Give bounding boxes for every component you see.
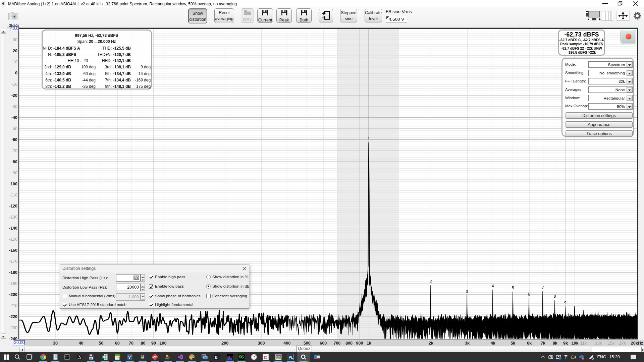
svg-text:-120: -120: [9, 204, 17, 208]
svg-text:C:\: C:\: [65, 356, 69, 358]
svg-text:800: 800: [345, 341, 353, 346]
svg-text:0: 0: [15, 71, 17, 75]
svg-text:V: V: [128, 355, 131, 360]
svg-text:4k: 4k: [491, 341, 495, 346]
svg-text:80: 80: [141, 341, 146, 346]
svg-text:15k: 15k: [608, 341, 615, 346]
svg-text:PL: PL: [289, 355, 293, 359]
svg-text:Br: Br: [215, 356, 219, 359]
svg-text:400: 400: [283, 341, 290, 346]
svg-text:-190: -190: [9, 281, 17, 286]
svg-text:30: 30: [53, 341, 58, 346]
svg-text:-160: -160: [9, 248, 17, 253]
svg-text:-80: -80: [11, 160, 17, 164]
svg-text:-20: -20: [11, 93, 17, 98]
svg-text:REW: REW: [276, 355, 281, 357]
svg-text:300: 300: [258, 341, 265, 346]
svg-text:-100: -100: [9, 182, 17, 186]
svg-text:20: 20: [13, 49, 17, 53]
svg-text:-220: -220: [9, 314, 17, 319]
svg-text:-200: -200: [9, 292, 17, 297]
svg-text:7: 7: [542, 285, 544, 290]
svg-text:-50: -50: [11, 126, 17, 131]
svg-text:10k: 10k: [572, 341, 579, 346]
svg-text:-140: -140: [9, 226, 17, 231]
svg-text:-180: -180: [9, 270, 17, 275]
svg-text:2: 2: [430, 279, 432, 284]
svg-text:6: 6: [528, 292, 530, 297]
svg-text:3k: 3k: [465, 341, 470, 346]
svg-text:60: 60: [115, 341, 120, 346]
svg-text:-130: -130: [9, 215, 17, 220]
svg-text:9: 9: [564, 301, 567, 305]
svg-text:-210: -210: [9, 303, 17, 308]
svg-text:100: 100: [160, 341, 167, 346]
svg-text:-30: -30: [11, 104, 17, 109]
svg-text:700: 700: [333, 341, 340, 346]
svg-text:6k: 6k: [527, 341, 532, 346]
svg-text:11k: 11k: [580, 341, 587, 346]
svg-text:-10: -10: [11, 82, 17, 87]
svg-text:30: 30: [13, 38, 17, 42]
svg-text:17k: 17k: [619, 341, 626, 346]
svg-text:-170: -170: [9, 259, 17, 264]
svg-text:-110: -110: [9, 193, 17, 197]
svg-text:5: 5: [512, 286, 514, 290]
svg-text:20kHz: 20kHz: [631, 341, 643, 346]
svg-text:600: 600: [320, 341, 327, 346]
svg-text:1: 1: [368, 136, 370, 141]
svg-text:900: 900: [356, 341, 363, 346]
svg-text:X: X: [102, 355, 105, 359]
svg-text:4: 4: [492, 284, 494, 288]
svg-text:64: 64: [90, 357, 93, 360]
svg-text:500: 500: [304, 341, 311, 346]
svg-text:50: 50: [99, 341, 103, 346]
svg-text:-230: -230: [9, 325, 17, 330]
svg-text:200: 200: [221, 341, 228, 346]
svg-text:8: 8: [554, 294, 556, 299]
svg-text:-70: -70: [11, 148, 17, 153]
svg-text:-90: -90: [11, 171, 17, 175]
svg-text:70: 70: [129, 341, 133, 346]
svg-text:3: 3: [466, 289, 468, 294]
svg-text:2k: 2k: [429, 341, 433, 346]
svg-text:-150: -150: [9, 237, 17, 242]
svg-text:5k: 5k: [511, 341, 515, 346]
svg-text:1k: 1k: [367, 341, 371, 346]
svg-text:90: 90: [151, 341, 156, 346]
svg-text:7k: 7k: [541, 341, 545, 346]
svg-text:9k: 9k: [563, 341, 568, 346]
svg-text:10: 10: [13, 60, 17, 64]
svg-text:13k: 13k: [595, 341, 602, 346]
svg-text:-40: -40: [11, 115, 17, 120]
svg-text:8k: 8k: [553, 341, 557, 346]
svg-text:-60: -60: [11, 137, 17, 142]
svg-text:40: 40: [79, 341, 84, 346]
svg-text:C: C: [264, 355, 267, 360]
svg-text:DSP: DSP: [239, 355, 244, 357]
